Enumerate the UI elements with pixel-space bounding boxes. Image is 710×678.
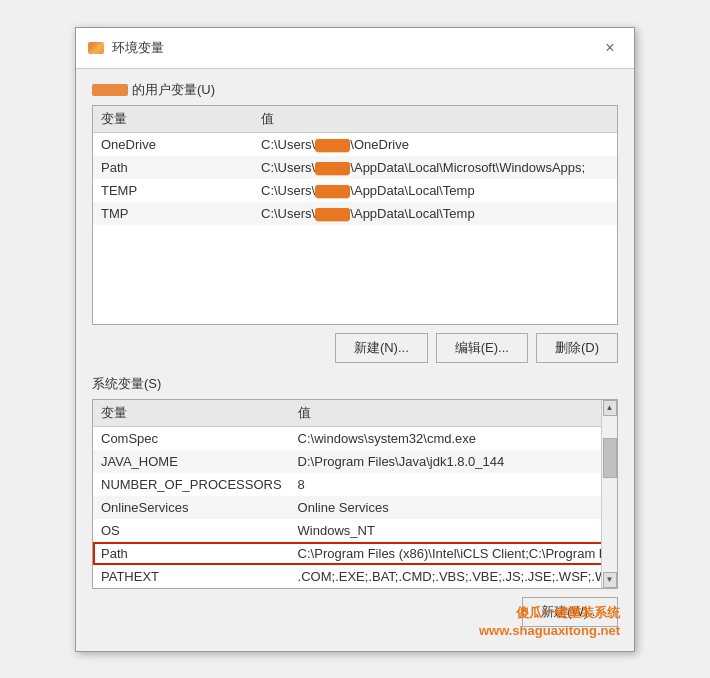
sys-var-name: Path (93, 542, 290, 565)
user-btn-row: 新建(N)... 编辑(E)... 删除(D) (92, 333, 618, 363)
sys-var-name: ComSpec (93, 426, 290, 450)
sys-var-value: 8 (290, 473, 601, 496)
sys-table-row[interactable]: JAVA_HOMED:\Program Files\Java\jdk1.8.0_… (93, 450, 601, 473)
sys-table-row[interactable]: ComSpecC:\windows\system32\cmd.exe (93, 426, 601, 450)
user-var-value: C:\Users\████\AppData\Local\Temp (253, 179, 617, 202)
user-delete-button[interactable]: 删除(D) (536, 333, 618, 363)
sys-var-value: Online Services (290, 496, 601, 519)
user-table-header: 变量 值 (93, 106, 617, 133)
sys-col-val: 值 (290, 400, 601, 427)
user-var-name: OneDrive (93, 132, 253, 156)
sys-table-row[interactable]: PATHEXT.COM;.EXE;.BAT;.CMD;.VBS;.VBE;.JS… (93, 565, 601, 588)
sys-var-value: Windows_NT (290, 519, 601, 542)
sys-var-name: OnlineServices (93, 496, 290, 519)
scroll-up-arrow[interactable]: ▲ (603, 400, 617, 416)
user-var-name: Path (93, 156, 253, 179)
sys-var-name: PATHEXT (93, 565, 290, 588)
title-bar: 环境变量 × (76, 28, 634, 69)
sys-var-value: C:\windows\system32\cmd.exe (290, 426, 601, 450)
user-var-name: TMP (93, 202, 253, 225)
user-vars-table-container: 变量 值 OneDriveC:\Users\████\OneDrivePathC… (92, 105, 618, 325)
sys-var-value: D:\Program Files\Java\jdk1.8.0_144 (290, 450, 601, 473)
sys-table-wrap: 变量 值 ComSpecC:\windows\system32\cmd.exeJ… (93, 400, 601, 588)
user-var-value: C:\Users\████\AppData\Local\Temp (253, 202, 617, 225)
dialog-body: 的用户变量(U) 变量 值 OneDriveC:\Users\████\OneD… (76, 69, 634, 651)
scroll-down-arrow[interactable]: ▼ (603, 572, 617, 588)
user-table-row[interactable]: TMPC:\Users\████\AppData\Local\Temp (93, 202, 617, 225)
sys-table-row[interactable]: OnlineServicesOnline Services (93, 496, 601, 519)
sys-new-button[interactable]: 新建(W)... (522, 597, 618, 627)
user-vars-table: 变量 值 OneDriveC:\Users\████\OneDrivePathC… (93, 106, 617, 225)
user-var-value: C:\Users\████\AppData\Local\Microsoft\Wi… (253, 156, 617, 179)
sys-vars-table-container: 变量 值 ComSpecC:\windows\system32\cmd.exeJ… (92, 399, 618, 589)
sys-var-name: NUMBER_OF_PROCESSORS (93, 473, 290, 496)
user-section-title: 的用户变量(U) (92, 81, 618, 99)
user-edit-button[interactable]: 编辑(E)... (436, 333, 528, 363)
sys-var-value: .COM;.EXE;.BAT;.CMD;.VBS;.VBE;.JS;.JSE;.… (290, 565, 601, 588)
user-table-row[interactable]: PathC:\Users\████\AppData\Local\Microsof… (93, 156, 617, 179)
sys-vars-table: 变量 值 ComSpecC:\windows\system32\cmd.exeJ… (93, 400, 601, 588)
sys-var-name: JAVA_HOME (93, 450, 290, 473)
sys-table-row[interactable]: PathC:\Program Files (x86)\Intel\iCLS Cl… (93, 542, 601, 565)
close-button[interactable]: × (598, 36, 622, 60)
sys-table-row[interactable]: OSWindows_NT (93, 519, 601, 542)
sys-table-header: 变量 值 (93, 400, 601, 427)
env-vars-dialog: 环境变量 × 的用户变量(U) 变量 值 OneDriveC:\Use (75, 27, 635, 652)
user-table-row[interactable]: OneDriveC:\Users\████\OneDrive (93, 132, 617, 156)
user-new-button[interactable]: 新建(N)... (335, 333, 428, 363)
user-section: 的用户变量(U) 变量 值 OneDriveC:\Users\████\OneD… (92, 81, 618, 363)
sys-col-var: 变量 (93, 400, 290, 427)
sys-table-row[interactable]: NUMBER_OF_PROCESSORS8 (93, 473, 601, 496)
scrollbar[interactable]: ▲ ▼ (601, 400, 617, 588)
user-table-row[interactable]: TEMPC:\Users\████\AppData\Local\Temp (93, 179, 617, 202)
sys-btn-row: 新建(W)... (92, 597, 618, 627)
dialog-icon (88, 42, 104, 54)
sys-var-value: C:\Program Files (x86)\Intel\iCLS Client… (290, 542, 601, 565)
sys-section-title: 系统变量(S) (92, 375, 618, 393)
scrollbar-thumb[interactable] (603, 438, 617, 478)
user-var-value: C:\Users\████\OneDrive (253, 132, 617, 156)
dialog-title: 环境变量 (112, 39, 164, 57)
sys-section: 系统变量(S) 变量 值 ComSpecC:\windows\system32\… (92, 375, 618, 627)
sys-var-name: OS (93, 519, 290, 542)
user-var-name: TEMP (93, 179, 253, 202)
user-col-var: 变量 (93, 106, 253, 133)
title-bar-left: 环境变量 (88, 39, 164, 57)
user-col-val: 值 (253, 106, 617, 133)
